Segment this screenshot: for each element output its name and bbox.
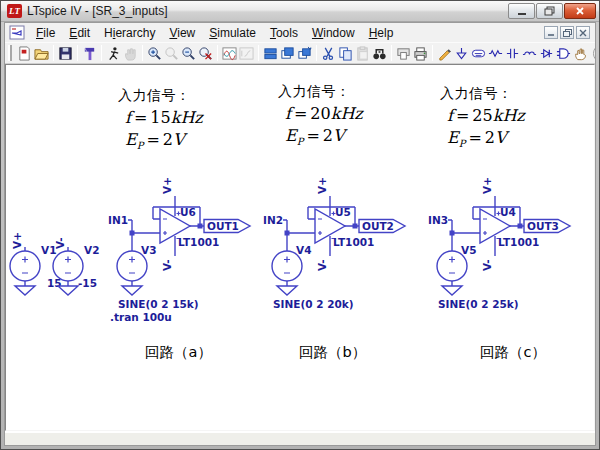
- paste-button[interactable]: [354, 44, 371, 62]
- rail-net-label[interactable]: V-: [54, 237, 66, 249]
- ground-symbol[interactable]: [442, 286, 462, 295]
- circuit-caption-b[interactable]: 回路（b）: [299, 344, 366, 360]
- title-bar[interactable]: LT LTspice IV - [SR_3_inputs]: [1, 1, 599, 22]
- opamp-model-label[interactable]: LT1001: [333, 236, 374, 248]
- paste-icon: [355, 46, 370, 61]
- rail-net-label[interactable]: V+: [11, 232, 23, 249]
- zoom-in-button[interactable]: [146, 44, 163, 62]
- net-label-icon: [471, 46, 486, 61]
- cascade-button[interactable]: [279, 44, 296, 62]
- sine-value-label[interactable]: SINE(0 2 25k): [438, 298, 519, 310]
- minimize-button[interactable]: [508, 3, 535, 19]
- vplus-rail-label[interactable]: V+: [316, 177, 328, 194]
- vplus-rail-label[interactable]: V+: [161, 177, 173, 194]
- zoom-out-button[interactable]: [180, 44, 197, 62]
- ground-symbol[interactable]: [277, 286, 297, 295]
- waveform-button[interactable]: [221, 44, 238, 62]
- ground-symbol[interactable]: [122, 286, 142, 295]
- opamp-model-label[interactable]: LT1001: [498, 236, 539, 248]
- close-icon: [579, 29, 587, 37]
- circuit-a[interactable]: IN1 V3 U6 LT1001 OUT1 V+ V- SINE(0 2 15k…: [108, 177, 250, 323]
- source-name-label[interactable]: V4: [296, 244, 311, 256]
- cascade-new-button[interactable]: [296, 44, 313, 62]
- source-value-label[interactable]: -15: [78, 277, 97, 289]
- vminus-rail-label[interactable]: V-: [316, 259, 328, 271]
- move-button[interactable]: [572, 44, 589, 62]
- window-controls: [508, 3, 596, 19]
- vminus-rail-label[interactable]: V-: [161, 259, 173, 271]
- source-name-label[interactable]: V2: [84, 244, 99, 256]
- circuit-c[interactable]: IN3 V5 U4 LT1001 OUT3 V+ V- SINE(0 2 25k…: [428, 177, 570, 310]
- child-minimize-button[interactable]: [544, 26, 558, 39]
- capacitor-button[interactable]: [504, 44, 521, 62]
- output-net-label[interactable]: OUT3: [527, 220, 559, 232]
- sine-value-label[interactable]: SINE(0 2 15k): [118, 298, 199, 310]
- run-button[interactable]: [105, 44, 122, 62]
- circuit-b[interactable]: IN2 V4 U5 LT1001 OUT2 V+ V- SINE(0 2 20k…: [263, 177, 405, 310]
- menu-view[interactable]: View: [162, 24, 202, 42]
- new-schematic-button[interactable]: [16, 44, 33, 62]
- child-restore-button[interactable]: [560, 26, 574, 39]
- draw-wire-button[interactable]: [436, 44, 453, 62]
- schematic-drawing[interactable]: V+ V1 15 V- V2 -15: [6, 65, 595, 431]
- source-name-label[interactable]: V3: [141, 244, 156, 256]
- open-button[interactable]: [33, 44, 50, 62]
- menu-help[interactable]: Help: [362, 24, 401, 42]
- opamp-refdes-label[interactable]: U6: [180, 206, 196, 218]
- copy-button[interactable]: [337, 44, 354, 62]
- restore-button[interactable]: [536, 3, 563, 19]
- net-label-button[interactable]: [470, 44, 487, 62]
- clipped-tool-button[interactable]: [589, 44, 595, 62]
- window-title: LTspice IV - [SR_3_inputs]: [27, 4, 168, 18]
- ground-icon: [454, 46, 469, 61]
- find-button[interactable]: [371, 44, 388, 62]
- zoom-in-icon: [147, 46, 162, 61]
- child-close-button[interactable]: [576, 26, 590, 39]
- resistor-button[interactable]: [487, 44, 504, 62]
- tran-directive[interactable]: .tran 100u: [110, 311, 172, 323]
- menu-window[interactable]: Window: [305, 24, 362, 42]
- opamp-refdes-label[interactable]: U4: [500, 206, 516, 218]
- menu-tools[interactable]: Tools: [263, 24, 305, 42]
- vminus-rail-label[interactable]: V-: [481, 259, 493, 271]
- sine-value-label[interactable]: SINE(0 2 20k): [273, 298, 354, 310]
- input-net-label[interactable]: IN2: [263, 214, 283, 226]
- input-net-label[interactable]: IN1: [108, 214, 128, 226]
- zoom-full-button[interactable]: [197, 44, 214, 62]
- move-hand-icon: [573, 46, 588, 61]
- print-preview-button[interactable]: [395, 44, 412, 62]
- zoom-back-button[interactable]: [163, 44, 180, 62]
- input-net-label[interactable]: IN3: [428, 214, 448, 226]
- source-name-label[interactable]: V5: [461, 244, 476, 256]
- menu-hierarchy[interactable]: Hierarchy: [97, 24, 162, 42]
- output-net-label[interactable]: OUT1: [207, 220, 239, 232]
- supply-v2[interactable]: V- V2 -15: [53, 237, 99, 295]
- vplus-rail-label[interactable]: V+: [481, 177, 493, 194]
- opamp-model-label[interactable]: LT1001: [178, 236, 219, 248]
- component-button[interactable]: [555, 44, 572, 62]
- toolbar-separator: [77, 45, 78, 61]
- halt-button[interactable]: [122, 44, 139, 62]
- menu-edit[interactable]: Edit: [62, 24, 97, 42]
- print-button[interactable]: [412, 44, 429, 62]
- diode-button[interactable]: [538, 44, 555, 62]
- control-panel-button[interactable]: [81, 44, 98, 62]
- cut-icon: [321, 46, 336, 61]
- toolbar-grip[interactable]: [8, 45, 12, 61]
- circuit-caption-a[interactable]: 回路（a）: [145, 344, 212, 360]
- toolbar-separator: [217, 45, 218, 61]
- opamp-refdes-label[interactable]: U5: [335, 206, 351, 218]
- inductor-button[interactable]: [521, 44, 538, 62]
- component-icon: [556, 46, 571, 61]
- waveform-pane-button[interactable]: [238, 44, 255, 62]
- schematic-canvas[interactable]: 入力信号： f=15kHz EP=2V 入力信号： f=20kHz EP=2V …: [5, 64, 595, 431]
- menu-file[interactable]: File: [29, 24, 62, 42]
- output-net-label[interactable]: OUT2: [362, 220, 394, 232]
- cut-button[interactable]: [320, 44, 337, 62]
- ground-button[interactable]: [453, 44, 470, 62]
- circuit-caption-c[interactable]: 回路（c）: [480, 344, 546, 360]
- save-button[interactable]: [57, 44, 74, 62]
- menu-simulate[interactable]: Simulate: [202, 24, 263, 42]
- close-button[interactable]: [564, 3, 596, 19]
- tile-horizontal-button[interactable]: [262, 44, 279, 62]
